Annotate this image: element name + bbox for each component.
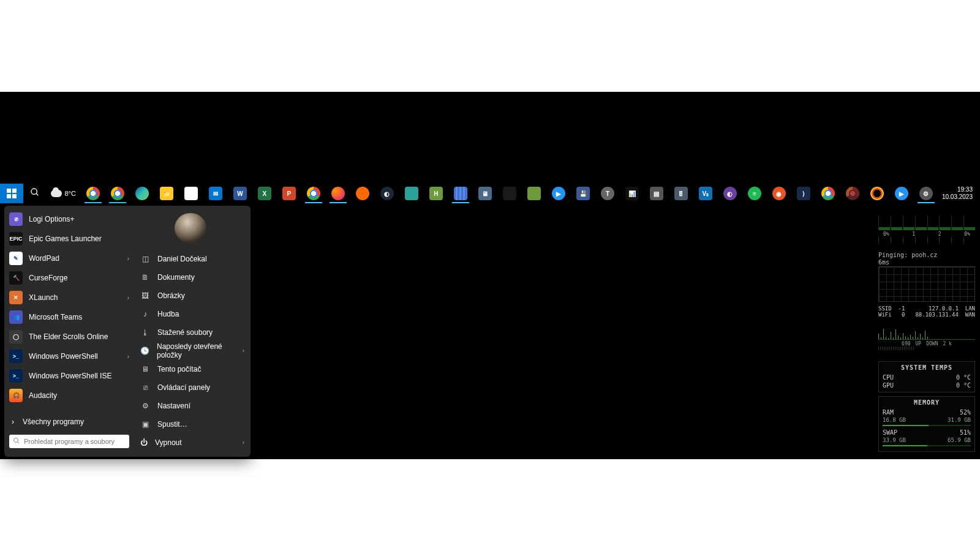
taskbar-app-app-h[interactable]: H [424, 184, 448, 203]
taskbar-app-app-bars[interactable]: 📊 [620, 184, 644, 203]
start-app-8[interactable]: >_Windows PowerShell ISE [4, 366, 134, 386]
start-app-7[interactable]: >_Windows PowerShell› [4, 347, 134, 366]
taskbar-app-app-green-sq[interactable] [522, 184, 546, 203]
start-app-0[interactable]: ⎚Logi Options+ [4, 209, 134, 229]
taskbar-app-chrome-e[interactable] [840, 184, 865, 203]
start-app-label: Logi Options+ [29, 215, 74, 223]
start-button[interactable] [0, 184, 23, 203]
chrome-c-icon [307, 187, 320, 200]
start-link-1[interactable]: 🖼Obrázky [134, 287, 251, 305]
net-graph [878, 321, 975, 340]
taskbar-app-app-t[interactable]: T [595, 184, 620, 203]
taskbar-app-steam[interactable]: ◐ [375, 184, 399, 203]
taskbar-app-powerpoint[interactable]: P [277, 184, 301, 203]
link-icon: ⚙ [140, 402, 150, 410]
taskbar-app-app-blue-play2[interactable]: ▶ [889, 184, 914, 203]
taskbar-app-app-blue-play[interactable]: ▶ [546, 184, 571, 203]
taskbar: 8°C 📁✉WXP◐H🖥▶💾T📊▤🎚V₂◐≡◉⟩▶⚙ 19:33 10.03.2… [0, 184, 980, 203]
taskbar-app-app-blue-stripes[interactable] [448, 184, 473, 203]
app-icon: 👥 [9, 310, 23, 324]
taskbar-app-edge[interactable] [130, 184, 154, 203]
taskbar-app-app-save[interactable]: 💾 [571, 184, 595, 203]
start-link-7[interactable]: ⚙Nastavení [134, 397, 251, 415]
start-app-label: Microsoft Teams [29, 313, 82, 321]
start-app-4[interactable]: ✕XLaunch› [4, 288, 134, 307]
start-app-6[interactable]: ◯The Elder Scrolls Online [4, 327, 134, 347]
taskbar-app-chrome-d[interactable] [816, 184, 840, 203]
start-menu-app-list: ⎚Logi Options+EPICEpic Games Launcher✎Wo… [4, 206, 134, 457]
link-icon: ▣ [140, 420, 150, 429]
taskbar-app-word[interactable]: W [228, 184, 252, 203]
excel-icon: X [258, 187, 271, 200]
taskbar-app-mail[interactable]: ✉ [203, 184, 228, 203]
start-link-4[interactable]: 🕓Naposledy otevřené položky› [134, 342, 251, 360]
start-link-2[interactable]: ♪Hudba [134, 305, 251, 323]
taskbar-app-app-purple[interactable]: ◐ [718, 184, 742, 203]
start-app-label: Epic Games Launcher [29, 234, 102, 243]
start-link-5[interactable]: 🖥Tento počítač [134, 360, 251, 378]
ping-ms: 6ms [878, 259, 975, 266]
start-menu-user-panel: ◫ Daniel Dočekal 🗎Dokumenty🖼Obrázky♪Hudb… [134, 206, 251, 457]
app-icon: 🔨 [9, 271, 23, 285]
app-bars-icon: 📊 [625, 187, 639, 200]
clock[interactable]: 19:33 10.03.2023 [938, 186, 976, 201]
taskbar-app-app-orange[interactable] [350, 184, 375, 203]
app-doc-icon: ▤ [650, 187, 663, 200]
taskbar-app-settings-gear[interactable]: ⚙ [914, 184, 938, 203]
weather-widget[interactable]: 8°C [46, 190, 80, 197]
start-link-label: Ovládací panely [157, 383, 210, 392]
power-button[interactable]: ⏻ Vypnout › [134, 433, 251, 452]
app-t-icon: T [601, 187, 614, 200]
start-link-6[interactable]: ⎚Ovládací panely [134, 378, 251, 397]
link-icon: 🕓 [140, 347, 149, 355]
edge-icon [135, 187, 149, 200]
start-app-3[interactable]: 🔨CurseForge [4, 268, 134, 288]
user-avatar[interactable] [175, 213, 206, 243]
taskbar-app-explorer[interactable]: 📁 [154, 184, 179, 203]
spotify-icon: ≡ [748, 187, 761, 200]
start-link-label: Stažené soubory [157, 328, 213, 337]
taskbar-app-app-yellow-d[interactable]: ⟩ [791, 184, 816, 203]
start-link-0[interactable]: 🗎Dokumenty [134, 268, 251, 287]
taskbar-app-chrome-c[interactable] [301, 184, 326, 203]
start-search[interactable] [9, 435, 129, 448]
taskbar-app-app-teal[interactable] [399, 184, 424, 203]
start-app-9[interactable]: 🎧Audacity [4, 386, 134, 405]
ping-label: Pinging: pooh.cz [878, 252, 975, 258]
taskbar-app-app-doc[interactable]: ▤ [644, 184, 669, 203]
chrome-e-icon [846, 187, 859, 200]
start-app-5[interactable]: 👥Microsoft Teams [4, 307, 134, 327]
taskbar-app-spotify[interactable]: ≡ [742, 184, 767, 203]
taskbar-app-calendar[interactable] [179, 184, 203, 203]
temps-title: SYSTEM TEMPS [883, 364, 971, 371]
link-icon: 🖼 [140, 291, 150, 300]
taskbar-app-ubuntu[interactable]: ◉ [767, 184, 791, 203]
app-icon: >_ [9, 369, 23, 383]
ping-graph [878, 266, 975, 302]
word-icon: W [233, 187, 247, 200]
taskbar-app-app-mixer[interactable]: 🎚 [669, 184, 693, 203]
app-teal-icon [405, 187, 418, 200]
taskbar-search[interactable] [23, 184, 47, 203]
taskbar-app-app-v2[interactable]: V₂ [693, 184, 718, 203]
start-link-8[interactable]: ▣Spustit… [134, 415, 251, 433]
start-app-label: Windows PowerShell ISE [29, 372, 111, 380]
taskbar-app-firefox[interactable] [326, 184, 350, 203]
taskbar-app-app-dark[interactable] [497, 184, 522, 203]
app-monitor-icon: 🖥 [478, 187, 492, 200]
start-app-1[interactable]: EPICEpic Games Launcher [4, 229, 134, 249]
start-app-2[interactable]: ✎WordPad› [4, 249, 134, 268]
taskbar-app-chrome-alt[interactable] [105, 184, 130, 203]
settings-gear-icon: ⚙ [919, 187, 933, 200]
taskbar-app-excel[interactable]: X [252, 184, 277, 203]
start-search-input[interactable] [24, 438, 126, 445]
app-blue-stripes-icon [454, 187, 467, 200]
taskbar-app-chrome[interactable] [81, 184, 105, 203]
app-yellow-d-icon: ⟩ [797, 187, 810, 200]
taskbar-app-app-monitor[interactable]: 🖥 [473, 184, 497, 203]
all-programs[interactable]: › Všechny programy [4, 411, 134, 432]
user-name-link[interactable]: ◫ Daniel Dočekal [134, 250, 251, 268]
taskbar-app-app-ring[interactable] [865, 184, 889, 203]
start-link-3[interactable]: ⭳Stažené soubory [134, 323, 251, 342]
taskbar-apps: 📁✉WXP◐H🖥▶💾T📊▤🎚V₂◐≡◉⟩▶⚙ [81, 184, 938, 203]
